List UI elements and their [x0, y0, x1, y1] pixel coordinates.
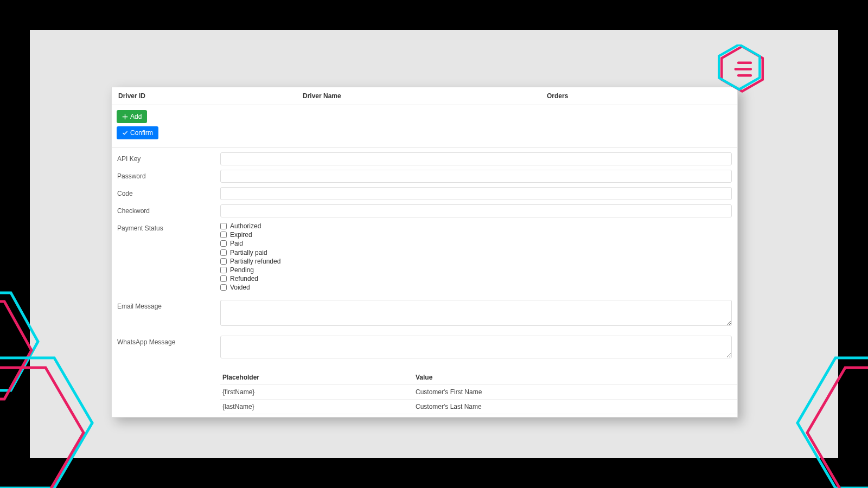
- label-whatsapp-message: WhatsApp Message: [117, 336, 220, 346]
- form-content: Driver ID Driver Name Orders Add: [112, 87, 737, 417]
- value-cell: Customer's Last Name: [416, 403, 735, 410]
- placeholder-row: {lastName}Customer's Last Name: [220, 399, 737, 414]
- whatsapp-message-input[interactable]: [220, 336, 732, 358]
- email-message-input[interactable]: [220, 300, 732, 326]
- col-driver-name: Driver Name: [303, 92, 547, 100]
- confirm-button[interactable]: Confirm: [117, 126, 158, 139]
- code-input[interactable]: [220, 187, 732, 200]
- placeholder-cell: {lastName}: [222, 403, 416, 410]
- payment-status-option[interactable]: Voided: [220, 283, 732, 292]
- status-checkbox[interactable]: [220, 258, 227, 265]
- payment-status-option[interactable]: Partially paid: [220, 248, 732, 257]
- placeholder-cell: {firstName}: [222, 388, 416, 396]
- outer-frame: Driver ID Driver Name Orders Add: [0, 0, 868, 488]
- status-label: Voided: [230, 283, 250, 292]
- status-checkbox[interactable]: [220, 267, 227, 273]
- payment-status-option[interactable]: Pending: [220, 266, 732, 274]
- payment-status-option[interactable]: Authorized: [220, 222, 732, 230]
- col-driver-id: Driver ID: [118, 92, 303, 100]
- col-orders: Orders: [547, 92, 731, 100]
- label-api-key: API Key: [117, 152, 220, 163]
- add-button-label: Add: [130, 113, 142, 120]
- payment-status-option[interactable]: Refunded: [220, 274, 732, 283]
- status-label: Partially paid: [230, 248, 267, 257]
- value-col-header: Value: [416, 374, 735, 381]
- status-label: Partially refunded: [230, 257, 280, 266]
- drivers-table-header: Driver ID Driver Name Orders: [112, 87, 737, 105]
- page-backdrop: Driver ID Driver Name Orders Add: [30, 30, 838, 458]
- label-email-message: Email Message: [117, 300, 220, 310]
- status-checkbox[interactable]: [220, 223, 227, 229]
- placeholder-row: {orderID}Order ID: [220, 414, 737, 418]
- status-label: Expired: [230, 230, 252, 239]
- status-checkbox[interactable]: [220, 249, 227, 256]
- checkword-input[interactable]: [220, 204, 732, 217]
- plus-icon: [122, 114, 128, 120]
- value-cell: Customer's First Name: [416, 388, 735, 396]
- payment-status-option[interactable]: Paid: [220, 239, 732, 248]
- status-label: Paid: [230, 239, 243, 248]
- settings-form-panel: Driver ID Driver Name Orders Add: [111, 87, 738, 418]
- payment-status-options: AuthorizedExpiredPaidPartially paidParti…: [220, 222, 732, 292]
- password-input[interactable]: [220, 170, 732, 183]
- form-scroll[interactable]: Driver ID Driver Name Orders Add: [112, 87, 737, 417]
- payment-status-option[interactable]: Partially refunded: [220, 257, 732, 266]
- check-icon: [122, 130, 128, 136]
- label-payment-status: Payment Status: [117, 222, 220, 232]
- confirm-button-label: Confirm: [130, 129, 153, 137]
- label-code: Code: [117, 187, 220, 197]
- status-checkbox[interactable]: [220, 284, 227, 291]
- add-button[interactable]: Add: [117, 110, 147, 123]
- label-checkword: Checkword: [117, 204, 220, 215]
- status-checkbox[interactable]: [220, 275, 227, 282]
- status-label: Refunded: [230, 274, 258, 283]
- placeholder-row: {firstName}Customer's First Name: [220, 384, 737, 399]
- status-label: Authorized: [230, 222, 261, 230]
- action-button-row: Add Confirm: [112, 105, 737, 148]
- status-label: Pending: [230, 266, 254, 274]
- api-key-input[interactable]: [220, 152, 732, 165]
- status-checkbox[interactable]: [220, 240, 227, 247]
- status-checkbox[interactable]: [220, 232, 227, 238]
- placeholder-col-header: Placeholder: [222, 374, 416, 381]
- payment-status-option[interactable]: Expired: [220, 230, 732, 239]
- label-password: Password: [117, 170, 220, 180]
- placeholder-reference-table: Placeholder Value {firstName}Customer's …: [220, 370, 737, 418]
